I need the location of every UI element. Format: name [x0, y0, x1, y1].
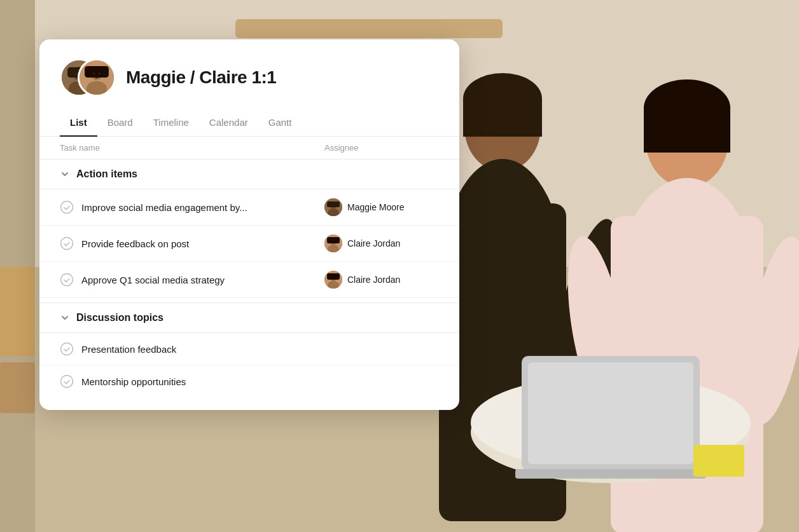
task-name: Presentation feedback [81, 344, 176, 355]
avatar-claire [78, 58, 116, 97]
task-left: Presentation feedback [60, 342, 324, 356]
tabs-container: List Board Timeline Calendar Gantt [39, 111, 459, 137]
card-header: Maggie / Claire 1:1 [39, 39, 459, 98]
tab-calendar[interactable]: Calendar [199, 111, 258, 137]
tab-board[interactable]: Board [97, 111, 143, 137]
section-spacer [39, 298, 459, 303]
table-row[interactable]: Approve Q1 social media strategy Claire … [39, 262, 459, 298]
assignee-claire-2-svg [324, 271, 342, 289]
tab-timeline[interactable]: Timeline [143, 111, 199, 137]
check-circle-icon [60, 342, 74, 356]
column-assignee: Assignee [324, 143, 439, 153]
column-task-name: Task name [60, 143, 324, 153]
check-circle-icon [60, 200, 74, 214]
svg-point-52 [61, 274, 73, 286]
svg-rect-27 [515, 469, 706, 479]
svg-point-34 [75, 73, 77, 75]
task-left: Improve social media engagement by... [60, 200, 324, 214]
svg-point-22 [598, 399, 636, 427]
assignee-name: Claire Jordan [347, 275, 400, 285]
task-name: Improve social media engagement by... [81, 202, 247, 213]
svg-rect-55 [327, 273, 340, 280]
task-left: Provide feedback on post [60, 236, 324, 250]
task-assignee: Maggie Moore [324, 198, 439, 216]
table-header: Task name Assignee [39, 137, 459, 160]
task-name: Mentorship opportunities [81, 376, 186, 387]
task-left: Approve Q1 social media strategy [60, 273, 324, 287]
svg-point-40 [93, 72, 95, 74]
page-title: Maggie / Claire 1:1 [126, 67, 276, 88]
assignee-avatar-claire [324, 235, 342, 252]
table-row[interactable]: Mentorship opportunities [39, 365, 459, 397]
svg-rect-50 [327, 237, 340, 243]
section-action-items-header: Action items [39, 160, 459, 189]
task-assignee: Claire Jordan [324, 235, 439, 252]
chevron-down-icon-2 [60, 313, 70, 323]
table-row[interactable]: Provide feedback on post Claire Jordan [39, 226, 459, 262]
check-circle-icon [60, 273, 74, 287]
svg-point-41 [99, 72, 101, 74]
assignee-avatar-claire-2 [324, 271, 342, 289]
table-row[interactable]: Presentation feedback [39, 333, 459, 365]
main-card: Maggie / Claire 1:1 List Board Timeline … [39, 39, 459, 410]
task-assignee: Claire Jordan [324, 271, 439, 289]
avatar-claire-svg [80, 60, 114, 95]
svg-rect-29 [0, 362, 35, 413]
task-left: Mentorship opportunities [60, 374, 324, 388]
svg-point-47 [61, 238, 73, 250]
svg-rect-38 [85, 66, 109, 78]
assignee-maggie-svg [324, 198, 342, 216]
tab-list[interactable]: List [60, 111, 97, 137]
task-name: Provide feedback on post [81, 238, 189, 249]
svg-rect-26 [528, 362, 693, 464]
avatars-container [60, 57, 116, 98]
section-action-items-title: Action items [76, 168, 137, 180]
section-discussion-title: Discussion topics [76, 312, 163, 324]
assignee-name: Claire Jordan [347, 238, 400, 249]
svg-point-57 [61, 343, 73, 355]
chevron-down-icon [60, 169, 70, 179]
svg-rect-28 [693, 445, 744, 477]
table-row[interactable]: Improve social media engagement by... Ma… [39, 189, 459, 226]
svg-rect-45 [327, 201, 340, 207]
tab-gantt[interactable]: Gantt [258, 111, 302, 137]
task-name: Approve Q1 social media strategy [81, 275, 225, 285]
check-circle-icon [60, 374, 74, 388]
check-circle-icon [60, 236, 74, 250]
assignee-avatar-maggie [324, 198, 342, 216]
svg-point-24 [471, 375, 751, 470]
svg-rect-25 [522, 356, 700, 470]
svg-point-42 [61, 201, 73, 214]
svg-point-23 [471, 381, 751, 483]
svg-point-58 [61, 376, 73, 388]
section-discussion-topics-header: Discussion topics [39, 303, 459, 333]
assignee-name: Maggie Moore [347, 202, 405, 212]
assignee-claire-svg [324, 235, 342, 252]
